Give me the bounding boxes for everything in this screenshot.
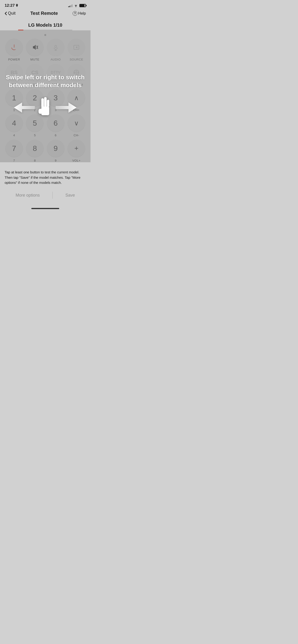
bottom-buttons: More options Save (5, 191, 86, 202)
button-divider (53, 192, 53, 199)
svg-point-0 (76, 6, 76, 7)
more-options-button[interactable]: More options (6, 191, 49, 200)
page-title: Test Remote (31, 11, 58, 16)
svg-marker-12 (14, 102, 35, 113)
save-button[interactable]: Save (56, 191, 84, 200)
svg-marker-18 (56, 102, 77, 113)
battery-icon (79, 4, 86, 7)
svg-rect-16 (44, 97, 47, 107)
swipe-instruction-text: Swipe left or right to switch between di… (0, 74, 91, 89)
chevron-left-icon (5, 12, 7, 15)
arrow-left-icon (14, 101, 35, 114)
signal-bars (68, 4, 72, 7)
status-time: 12:27 (5, 3, 18, 8)
wifi-icon (74, 4, 78, 7)
swipe-arrows (14, 96, 77, 119)
svg-rect-17 (47, 100, 49, 107)
svg-rect-14 (39, 109, 42, 114)
instruction-text: Tap at least one button to test the curr… (5, 170, 86, 186)
hand-icon (35, 96, 56, 119)
home-indicator (0, 205, 91, 211)
help-label: Help (78, 11, 86, 16)
model-title: LG Models 1/10 (0, 19, 91, 30)
quit-label: Quit (8, 11, 16, 16)
nav-bar: Quit Test Remote ? Help (0, 10, 91, 19)
quit-button[interactable]: Quit (5, 11, 16, 16)
svg-rect-15 (41, 98, 44, 108)
remote-container: POWER MUTE AUDIO (0, 30, 91, 162)
location-icon (16, 4, 18, 7)
arrow-right-icon (56, 101, 77, 114)
status-bar: 12:27 (0, 0, 91, 10)
bottom-section: Tap at least one button to test the curr… (0, 165, 91, 205)
home-indicator-bar (31, 208, 59, 209)
help-circle-icon: ? (73, 11, 77, 16)
svg-rect-13 (41, 106, 49, 115)
swipe-overlay: Swipe left or right to switch between di… (0, 30, 91, 162)
help-button[interactable]: ? Help (73, 11, 86, 16)
status-icons (68, 4, 86, 7)
